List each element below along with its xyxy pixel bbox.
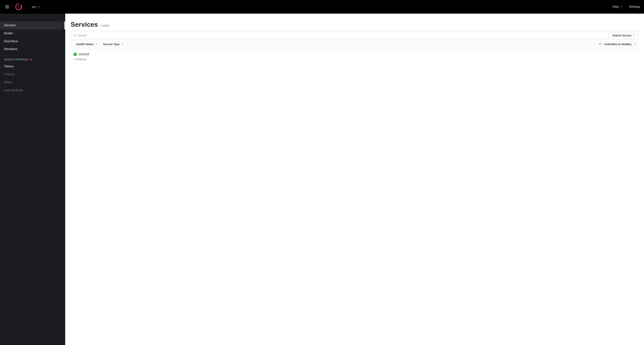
help-label: Help — [612, 5, 619, 8]
sort-dropdown[interactable]: Unhealthy to Healthy — [599, 43, 636, 46]
sort-icon — [599, 43, 602, 46]
sidebar-item-label: Tokens — [4, 65, 14, 68]
sidebar-section-label: ACCESS CONTROLS — [4, 58, 28, 61]
svg-point-3 — [21, 7, 21, 8]
sidebar-item-policies[interactable]: Policies — [0, 70, 65, 78]
help-menu[interactable]: Help — [612, 5, 622, 8]
service-row-header: consul — [74, 52, 636, 56]
settings-link[interactable]: Settings — [629, 5, 640, 8]
search-across-dropdown[interactable]: Search Across — [608, 32, 638, 39]
chevron-down-icon — [620, 6, 622, 8]
service-name: consul — [79, 52, 89, 56]
chevron-down-icon — [122, 44, 123, 44]
datacenter-label: dc1 — [32, 5, 36, 8]
dot-indicator-icon — [30, 59, 32, 60]
sidebar-item-label: Intentions — [4, 47, 17, 50]
sort-label: Unhealthy to Healthy — [604, 43, 631, 46]
sidebar-item-tokens[interactable]: Tokens — [0, 62, 65, 70]
page-title-row: Services 1 total — [71, 21, 638, 28]
sidebar-item-label: Services — [4, 24, 16, 27]
sidebar-item-label: Nodes — [4, 32, 13, 35]
svg-point-2 — [21, 6, 21, 6]
sidebar-section-access-controls: ACCESS CONTROLS — [0, 53, 65, 62]
search-icon — [73, 34, 76, 37]
sidebar-item-roles[interactable]: Roles — [0, 78, 65, 86]
sidebar-item-intentions[interactable]: Intentions — [0, 45, 65, 53]
sidebar-item-auth-methods[interactable]: Auth Methods — [0, 86, 65, 94]
topbar-left: dc1 — [4, 3, 40, 10]
search-across-label: Search Across — [612, 34, 631, 37]
datacenter-select[interactable]: dc1 — [32, 5, 40, 8]
filter-health-status[interactable]: Health Status — [76, 43, 97, 46]
container: Services Nodes Key/Value Intentions ACCE… — [0, 14, 644, 345]
sidebar-item-nodes[interactable]: Nodes — [0, 30, 65, 38]
main-content: Services 1 total Search Across Health St… — [65, 14, 644, 345]
sidebar: Services Nodes Key/Value Intentions ACCE… — [0, 14, 65, 345]
filter-bar: Health Status Service Type Unhealthy to … — [71, 39, 638, 49]
chevron-down-icon — [96, 44, 97, 44]
chevron-down-icon — [634, 44, 636, 44]
svg-line-6 — [75, 36, 76, 36]
sidebar-item-label: Roles — [4, 80, 12, 84]
page-count-label: 1 total — [100, 24, 109, 28]
filter-label: Health Status — [76, 43, 94, 46]
search-field-wrap — [71, 32, 608, 39]
menu-toggle-button[interactable] — [4, 4, 10, 10]
sidebar-item-services[interactable]: Services — [0, 22, 65, 30]
topbar: dc1 Help Settings — [0, 0, 644, 14]
filter-label: Service Type — [103, 43, 120, 46]
settings-label: Settings — [629, 5, 640, 8]
search-input[interactable] — [78, 34, 606, 37]
svg-point-4 — [20, 8, 21, 8]
sidebar-item-keyvalue[interactable]: Key/Value — [0, 38, 65, 45]
svg-point-5 — [74, 34, 76, 36]
chevron-down-icon — [633, 35, 635, 36]
sidebar-item-label: Key/Value — [4, 40, 18, 43]
svg-point-1 — [20, 5, 21, 6]
chevron-down-icon — [38, 6, 40, 8]
svg-point-0 — [18, 6, 19, 8]
service-row[interactable]: consul 1 instance — [71, 49, 638, 64]
health-passing-icon — [74, 52, 77, 56]
instance-count: 1 instance — [74, 58, 636, 61]
page-title: Services — [71, 21, 98, 28]
sidebar-item-label: Auth Methods — [4, 88, 23, 92]
consul-logo[interactable] — [15, 3, 22, 10]
filter-left: Health Status Service Type — [74, 43, 123, 46]
sidebar-item-label: Policies — [4, 72, 14, 76]
filter-service-type[interactable]: Service Type — [103, 43, 123, 46]
search-bar: Search Across — [71, 32, 638, 39]
topbar-right: Help Settings — [612, 5, 640, 8]
